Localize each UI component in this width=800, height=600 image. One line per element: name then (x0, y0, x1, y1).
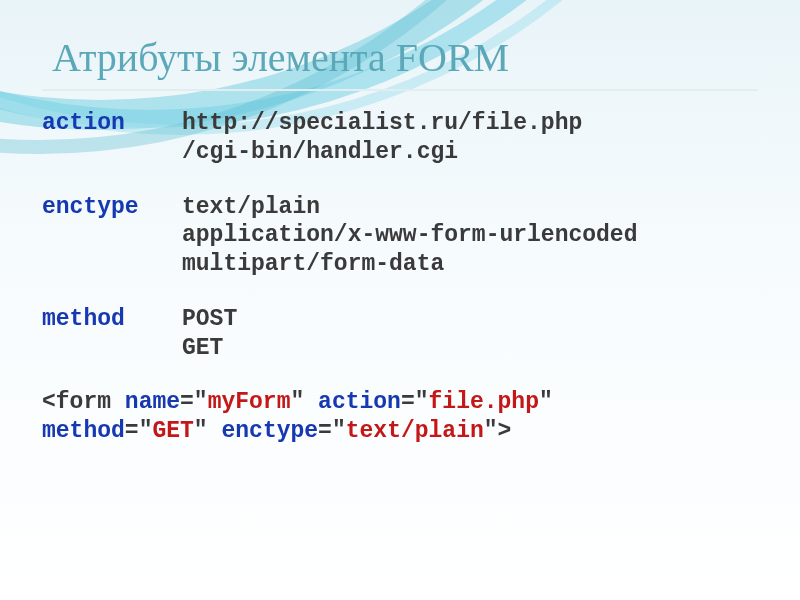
code-equals: =" (125, 418, 153, 444)
code-example: <form name="myForm" action="file.php"met… (42, 388, 758, 446)
attribute-row: enctypetext/plainapplication/x-www-form-… (42, 193, 758, 279)
attribute-name: enctype (42, 193, 182, 279)
slide-title: Атрибуты элемента FORM (52, 34, 758, 81)
slide: Атрибуты элемента FORM actionhttp://spec… (0, 0, 800, 600)
attribute-values: text/plainapplication/x-www-form-urlenco… (182, 193, 758, 279)
attribute-name: method (42, 305, 182, 363)
code-value: file.php (429, 389, 539, 415)
code-value: myForm (208, 389, 291, 415)
code-quote: " (290, 389, 304, 415)
attribute-name: action (42, 109, 182, 167)
code-equals: =" (401, 389, 429, 415)
code-tag-end: > (498, 418, 512, 444)
code-attr: method (42, 418, 125, 444)
attribute-values: http://specialist.ru/file.php/cgi-bin/ha… (182, 109, 758, 167)
title-underline (42, 89, 758, 91)
code-quote: " (539, 389, 553, 415)
code-tag: <form (42, 389, 125, 415)
attribute-row: methodPOSTGET (42, 305, 758, 363)
slide-content: Атрибуты элемента FORM actionhttp://spec… (0, 0, 800, 446)
attribute-values: POSTGET (182, 305, 758, 363)
code-equals: =" (318, 418, 346, 444)
code-value: text/plain (346, 418, 484, 444)
code-attr: action (318, 389, 401, 415)
code-value: GET (152, 418, 193, 444)
code-attr: name (125, 389, 180, 415)
code-quote: " (484, 418, 498, 444)
attribute-table: actionhttp://specialist.ru/file.php/cgi-… (42, 109, 758, 362)
code-quote: " (194, 418, 208, 444)
code-attr: enctype (221, 418, 318, 444)
attribute-row: actionhttp://specialist.ru/file.php/cgi-… (42, 109, 758, 167)
code-equals: =" (180, 389, 208, 415)
